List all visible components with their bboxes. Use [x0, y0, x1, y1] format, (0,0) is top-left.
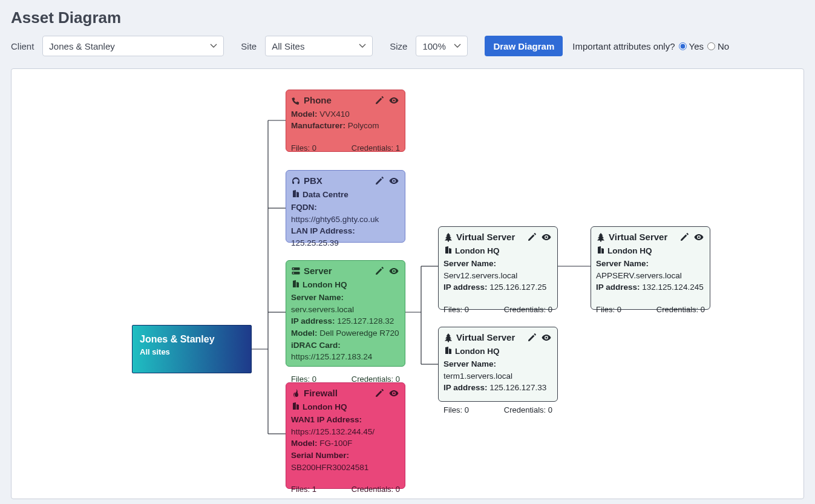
- attr-no-radio[interactable]: [707, 42, 715, 50]
- edit-icon[interactable]: [527, 232, 537, 242]
- client-select[interactable]: Jones & Stanley: [42, 36, 224, 56]
- eye-icon[interactable]: [542, 232, 552, 242]
- edit-icon[interactable]: [375, 266, 384, 276]
- card-title: Virtual Server: [456, 231, 515, 244]
- edit-icon[interactable]: [375, 388, 384, 398]
- controls-bar: Client Jones & Stanley Site All Sites Si…: [11, 36, 804, 56]
- edit-icon[interactable]: [375, 96, 384, 105]
- building-icon: [291, 279, 299, 291]
- edit-icon[interactable]: [375, 176, 384, 186]
- headphones-icon: [291, 176, 301, 186]
- root-node[interactable]: Jones & Stanley All sites: [132, 325, 252, 373]
- asset-card-virtual-server-3[interactable]: Virtual Server London HQ Server Name: te…: [438, 327, 558, 402]
- card-title: Firewall: [304, 387, 338, 400]
- eye-icon[interactable]: [389, 96, 400, 105]
- edit-icon[interactable]: [527, 333, 537, 342]
- eye-icon[interactable]: [389, 266, 400, 276]
- size-select[interactable]: 100%: [416, 36, 468, 56]
- client-label: Client: [11, 41, 34, 51]
- attr-yes-radio[interactable]: [679, 42, 687, 50]
- fire-icon: [291, 388, 301, 398]
- eye-icon[interactable]: [694, 232, 705, 242]
- edit-icon[interactable]: [679, 232, 689, 242]
- card-title: Phone: [304, 94, 332, 107]
- building-icon: [444, 245, 452, 257]
- root-subtitle: All sites: [140, 347, 244, 356]
- tree-icon: [444, 333, 453, 342]
- tree-icon: [444, 232, 453, 242]
- asset-card-server[interactable]: Server London HQ Server Name: serv.serve…: [286, 260, 405, 367]
- eye-icon[interactable]: [389, 176, 400, 186]
- tree-icon: [596, 232, 606, 242]
- asset-card-pbx[interactable]: PBX Data Centre FQDN: https://ghty65.ght…: [286, 170, 405, 243]
- attr-yes-option[interactable]: Yes: [679, 41, 704, 51]
- asset-card-virtual-server-1[interactable]: Virtual Server London HQ Server Name: Se…: [438, 226, 558, 310]
- site-label: Site: [241, 41, 257, 51]
- draw-diagram-button[interactable]: Draw Diagram: [485, 36, 563, 56]
- building-icon: [291, 189, 299, 201]
- page-title: Asset Diagram: [11, 8, 804, 27]
- building-icon: [444, 345, 452, 358]
- asset-card-phone[interactable]: Phone Model: VVX410 Manufacturer: Polyco…: [286, 90, 405, 152]
- asset-card-firewall[interactable]: Firewall London HQ WAN1 IP Address: http…: [286, 382, 405, 489]
- card-title: Virtual Server: [609, 231, 667, 244]
- site-select[interactable]: All Sites: [265, 36, 373, 56]
- card-title: Server: [304, 264, 332, 278]
- server-icon: [291, 266, 301, 276]
- card-title: PBX: [304, 174, 322, 188]
- eye-icon[interactable]: [389, 388, 400, 398]
- root-client-name: Jones & Stanley: [140, 334, 244, 345]
- diagram-canvas: Jones & Stanley All sites Phone Model: V…: [11, 68, 804, 499]
- attr-no-option[interactable]: No: [707, 41, 729, 51]
- building-icon: [596, 245, 604, 257]
- asset-card-virtual-server-2[interactable]: Virtual Server London HQ Server Name: AP…: [591, 226, 710, 310]
- size-label: Size: [390, 41, 407, 51]
- card-title: Virtual Server: [456, 331, 515, 344]
- building-icon: [291, 401, 299, 413]
- important-attr-label: Important attributes only?: [572, 41, 675, 51]
- eye-icon[interactable]: [542, 333, 552, 342]
- phone-icon: [291, 96, 301, 105]
